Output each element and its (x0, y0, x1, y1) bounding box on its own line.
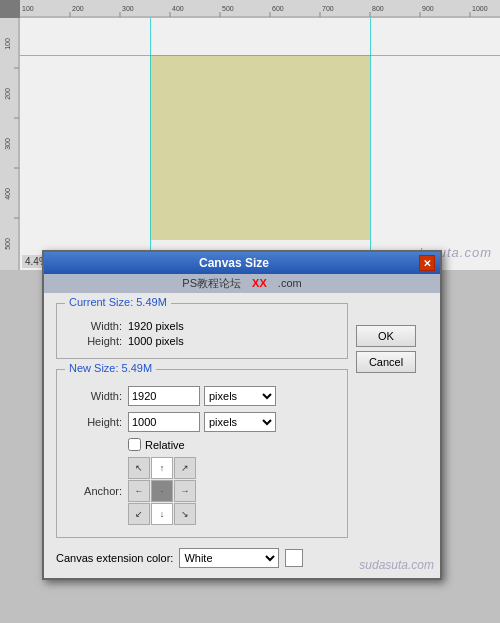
new-height-input[interactable] (128, 412, 200, 432)
dialog-title: Canvas Size (49, 256, 419, 270)
svg-text:300: 300 (122, 5, 134, 12)
canvas-extension-label: Canvas extension color: (56, 552, 173, 564)
svg-text:100: 100 (22, 5, 34, 12)
arrow-tl: ↖ (135, 463, 143, 473)
ruler-left: 100 200 300 400 500 (0, 18, 20, 270)
current-size-section: Current Size: 5.49M Width: 1920 pixels H… (56, 303, 348, 359)
svg-text:800: 800 (372, 5, 384, 12)
svg-text:1000: 1000 (472, 5, 488, 12)
ruler-left-svg: 100 200 300 400 500 (0, 18, 20, 270)
canvas-extension-row: Canvas extension color: White Black Gray… (56, 548, 348, 568)
anchor-cell-tc[interactable]: ↑ (151, 457, 173, 479)
guide-horizontal-1 (20, 55, 500, 56)
current-width-row: Width: 1920 pixels (67, 320, 337, 332)
svg-text:500: 500 (4, 238, 11, 250)
new-height-label: Height: (67, 416, 122, 428)
current-width-value: 1920 pixels (128, 320, 184, 332)
arrow-tc: ↑ (160, 463, 165, 473)
ruler-top: 100 200 300 400 500 600 700 800 900 1000 (20, 0, 500, 18)
new-size-legend: New Size: 5.49M (65, 362, 156, 374)
dialog-titlebar: Canvas Size ✕ (44, 252, 440, 274)
dialog-subtitle-xx: XX (252, 277, 267, 289)
svg-text:300: 300 (4, 138, 11, 150)
svg-text:400: 400 (172, 5, 184, 12)
new-width-input[interactable] (128, 386, 200, 406)
arrow-mr: → (181, 486, 190, 496)
dialog-buttons: OK Cancel (356, 325, 416, 373)
canvas-size-dialog: Canvas Size ✕ PS教程论坛 XX .com Current Siz… (42, 250, 442, 580)
current-height-label: Height: (67, 335, 122, 347)
svg-text:500: 500 (222, 5, 234, 12)
new-width-unit-select[interactable]: pixels inches cm (204, 386, 276, 406)
anchor-row: Anchor: ↖ ↑ ↗ (67, 457, 337, 525)
current-height-row: Height: 1000 pixels (67, 335, 337, 347)
new-width-row: Width: pixels inches cm (67, 386, 337, 406)
new-width-label: Width: (67, 390, 122, 402)
svg-text:200: 200 (4, 88, 11, 100)
new-size-section: New Size: 5.49M Width: pixels inches cm (56, 369, 348, 538)
anchor-cell-tl[interactable]: ↖ (128, 457, 150, 479)
anchor-cell-tr[interactable]: ↗ (174, 457, 196, 479)
anchor-cell-mc[interactable]: · (151, 480, 173, 502)
svg-text:700: 700 (322, 5, 334, 12)
arrow-bc: ↓ (160, 509, 165, 519)
arrow-tr: ↗ (181, 463, 189, 473)
svg-text:200: 200 (72, 5, 84, 12)
relative-row: Relative (128, 438, 337, 451)
anchor-cell-mr[interactable]: → (174, 480, 196, 502)
anchor-grid: ↖ ↑ ↗ ← (128, 457, 196, 525)
relative-label: Relative (145, 439, 185, 451)
current-width-label: Width: (67, 320, 122, 332)
dialog-body: Current Size: 5.49M Width: 1920 pixels H… (44, 293, 440, 578)
arrow-br: ↘ (181, 509, 189, 519)
anchor-cell-ml[interactable]: ← (128, 480, 150, 502)
anchor-label: Anchor: (67, 485, 122, 497)
dialog-content-wrapper: Current Size: 5.49M Width: 1920 pixels H… (56, 303, 428, 568)
svg-text:100: 100 (4, 38, 11, 50)
ok-button[interactable]: OK (356, 325, 416, 347)
new-height-row: Height: pixels inches cm (67, 412, 337, 432)
arrow-mc: · (161, 486, 164, 496)
canvas-document (150, 55, 370, 240)
new-height-unit-select[interactable]: pixels inches cm (204, 412, 276, 432)
dialog-subtitle-text2: .com (278, 277, 302, 289)
canvas-extension-color-select[interactable]: White Black Gray Foreground Background O… (179, 548, 279, 568)
dialog-close-button[interactable]: ✕ (419, 255, 435, 271)
canvas-area: 100 200 300 400 500 600 700 800 900 1000 (0, 0, 500, 270)
dialog-watermark: sudasuta.com (359, 558, 434, 572)
ruler-top-svg: 100 200 300 400 500 600 700 800 900 1000 (20, 0, 500, 18)
anchor-cell-br[interactable]: ↘ (174, 503, 196, 525)
current-size-legend: Current Size: 5.49M (65, 296, 171, 308)
arrow-ml: ← (135, 486, 144, 496)
current-height-value: 1000 pixels (128, 335, 184, 347)
dialog-subtitle-text: PS教程论坛 (182, 277, 241, 289)
svg-text:900: 900 (422, 5, 434, 12)
dialog-subtitle-bar: PS教程论坛 XX .com (44, 274, 440, 293)
canvas-extension-color-swatch[interactable] (285, 549, 303, 567)
arrow-bl: ↙ (135, 509, 143, 519)
svg-text:400: 400 (4, 188, 11, 200)
anchor-cell-bl[interactable]: ↙ (128, 503, 150, 525)
anchor-cell-bc[interactable]: ↓ (151, 503, 173, 525)
relative-checkbox[interactable] (128, 438, 141, 451)
cancel-button[interactable]: Cancel (356, 351, 416, 373)
svg-text:600: 600 (272, 5, 284, 12)
